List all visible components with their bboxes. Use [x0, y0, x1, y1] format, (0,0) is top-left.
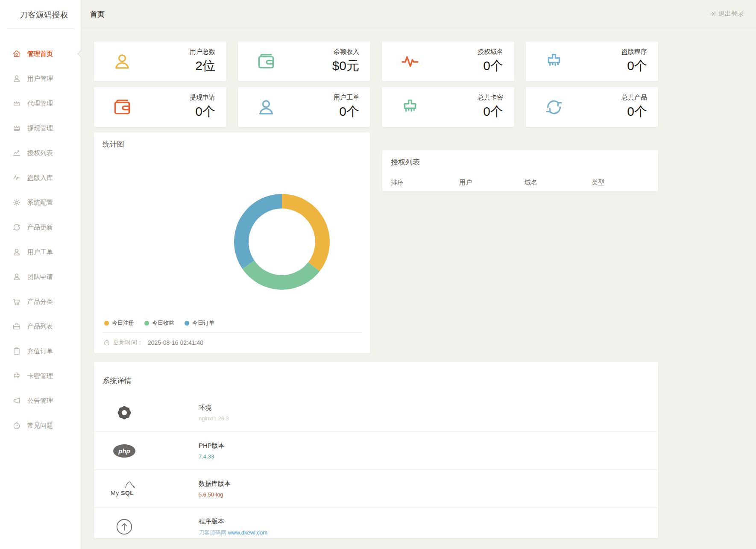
logout-button[interactable]: 退出登录: [709, 10, 744, 18]
auth-table-header: 排序用户域名类型: [391, 179, 650, 187]
user-icon: [12, 74, 21, 83]
sidebar-menu: 管理首页用户管理代理管理提现管理授权列表盗版入库系统配置产品更新用户工单团队申请…: [0, 41, 81, 438]
sidebar-item-2[interactable]: 用户管理: [0, 66, 81, 91]
sidebar-item-label: 提现管理: [27, 124, 53, 132]
refresh-icon: [12, 223, 21, 232]
system-row-3: My SQL数据库版本5.6.50-log: [94, 470, 658, 508]
user-icon: [112, 51, 132, 72]
system-row-icon: [105, 518, 144, 535]
sidebar-item-3[interactable]: 代理管理: [0, 91, 81, 116]
sidebar: 刀客源码授权 管理首页用户管理代理管理提现管理授权列表盗版入库系统配置产品更新用…: [0, 0, 81, 549]
stat-value: 0个: [334, 103, 359, 120]
sidebar-item-label: 产品列表: [27, 323, 53, 331]
stat-text: 盗版程序0个: [621, 48, 647, 75]
system-row-text: 数据库版本5.6.50-log: [199, 480, 231, 498]
donut-slice: [242, 261, 319, 290]
brush-icon: [12, 371, 21, 381]
refresh-icon: [12, 223, 21, 232]
update-time-value: 2025-08-16 02:41:40: [148, 339, 203, 346]
legend-item-2[interactable]: 今日收益: [144, 319, 174, 327]
sidebar-item-label: 常见问题: [27, 422, 53, 430]
stopwatch-icon: [12, 421, 21, 430]
mysql-dolphin: [124, 480, 135, 490]
stat-card-6: 用户工单0个: [238, 87, 370, 127]
page-title: 首页: [90, 9, 105, 19]
clipboard-icon: [12, 346, 21, 356]
home-icon: [12, 49, 21, 59]
sidebar-item-15[interactable]: 公告管理: [0, 388, 81, 413]
stat-card-5: 提现申请0个: [94, 87, 226, 127]
upgrade-icon: [116, 518, 133, 535]
stat-label: 提现申请: [190, 94, 215, 102]
system-row-value: 7.4.33: [199, 453, 225, 460]
sidebar-item-4[interactable]: 提现管理: [0, 116, 81, 141]
system-value-link[interactable]: www.dkewl.com: [228, 529, 267, 536]
stat-label: 总共产品: [621, 94, 647, 102]
legend-label: 今日订单: [192, 319, 214, 327]
system-row-4: 程序版本刀客源码网 www.dkewl.com: [94, 508, 658, 546]
megaphone-icon: [12, 396, 21, 405]
user-icon: [12, 272, 21, 282]
sidebar-item-8[interactable]: 产品更新: [0, 215, 81, 240]
stat-label: 总共卡密: [478, 94, 503, 102]
brush-icon: [12, 371, 21, 381]
briefcase-icon: [12, 322, 21, 331]
sidebar-item-1[interactable]: 管理首页: [0, 41, 81, 66]
wallet-icon: [256, 51, 276, 72]
mysql-logo: My SQL: [109, 480, 140, 497]
system-row-label: 程序版本: [199, 517, 267, 526]
stat-card-4: 盗版程序0个: [526, 41, 658, 81]
sidebar-item-label: 授权列表: [27, 149, 53, 157]
stat-text: 用户总数2位: [190, 48, 215, 75]
gear-outline-icon: [12, 198, 21, 207]
system-value: nginx/1.26.3: [199, 415, 229, 422]
sidebar-item-label: 产品分类: [27, 298, 53, 306]
sidebar-item-7[interactable]: 系统配置: [0, 190, 81, 215]
refresh-icon: [544, 97, 564, 117]
system-value: 7.4.33: [199, 453, 214, 460]
system-value-link[interactable]: 刀客源码网: [199, 529, 228, 536]
sidebar-item-11[interactable]: 产品分类: [0, 289, 81, 314]
system-details-card: 系统详情 环境nginx/1.26.3phpPHP版本7.4.33My SQL数…: [94, 362, 658, 538]
chart-update-time: 更新时间： 2025-08-16 02:41:40: [103, 339, 203, 346]
sidebar-item-14[interactable]: 卡密管理: [0, 364, 81, 388]
topbar: 首页 退出登录: [82, 0, 756, 28]
brush-icon: [400, 97, 420, 117]
sidebar-item-16[interactable]: 常见问题: [0, 413, 81, 438]
system-row-icon: My SQL: [105, 480, 144, 497]
stat-label: 用户总数: [190, 48, 215, 56]
gear-outline-icon: [12, 198, 21, 207]
sidebar-item-9[interactable]: 用户工单: [0, 240, 81, 264]
middle-row: 统计图 今日注册今日收益今日订单 更新时间： 2025-08-16 02:41:…: [94, 132, 658, 353]
pulse-icon: [400, 51, 420, 72]
trend-chart-icon: [12, 148, 21, 158]
sidebar-item-label: 公告管理: [27, 397, 53, 405]
sidebar-item-label: 代理管理: [27, 100, 53, 108]
sidebar-item-12[interactable]: 产品列表: [0, 314, 81, 339]
clock-icon: [103, 339, 110, 346]
system-details-title: 系统详情: [94, 369, 658, 386]
system-row-value: nginx/1.26.3: [199, 415, 229, 422]
sidebar-item-6[interactable]: 盗版入库: [0, 165, 81, 190]
sidebar-item-13[interactable]: 充值订单: [0, 339, 81, 364]
megaphone-icon: [12, 396, 21, 405]
stat-value: 0个: [478, 103, 503, 120]
donut-slice: [282, 194, 330, 271]
stat-text: 总共产品0个: [621, 94, 647, 120]
legend-item-1[interactable]: 今日注册: [104, 319, 134, 327]
legend-dot: [104, 321, 109, 326]
sidebar-item-label: 用户管理: [27, 75, 53, 83]
system-row-text: PHP版本7.4.33: [199, 442, 225, 460]
wallet-icon: [112, 97, 132, 117]
briefcase-icon: [12, 322, 21, 331]
sidebar-item-label: 团队申请: [27, 273, 53, 281]
system-row-text: 环境nginx/1.26.3: [199, 404, 229, 422]
system-row-text: 程序版本刀客源码网 www.dkewl.com: [199, 517, 267, 537]
sidebar-item-5[interactable]: 授权列表: [0, 141, 81, 165]
user-icon: [256, 97, 276, 117]
sidebar-item-10[interactable]: 团队申请: [0, 264, 81, 289]
brush-icon: [544, 51, 564, 72]
pulse-icon: [400, 51, 420, 72]
legend-item-3[interactable]: 今日订单: [185, 319, 214, 327]
crown-base-icon: [12, 123, 21, 133]
